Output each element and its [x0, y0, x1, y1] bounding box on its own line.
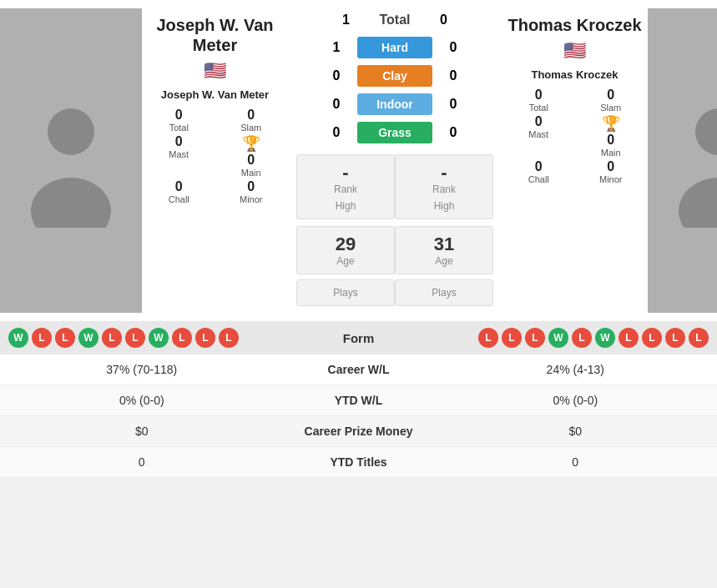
right-total-score: 0: [436, 13, 452, 28]
right-chall-value: 0: [535, 159, 543, 174]
right-career-wl: 24% (4-13): [442, 363, 709, 376]
right-player-name-below: Thomas Kroczek: [531, 68, 618, 81]
right-age-card: 31 Age: [395, 226, 493, 274]
left-form-ball-l: L: [195, 328, 215, 348]
left-trophy-icon: 🏆: [242, 134, 260, 153]
right-age-label: Age: [400, 255, 488, 267]
left-chall-label: Chall: [169, 194, 189, 204]
left-minor-value: 0: [247, 179, 255, 194]
right-form-ball-l: L: [525, 328, 545, 348]
left-total-label: Total: [169, 123, 189, 133]
hard-right-score: 0: [445, 40, 462, 55]
left-trophy-stat: 🏆 0 Main: [219, 134, 285, 178]
right-mast-stat: 0 Mast: [506, 114, 572, 158]
right-form-ball-l: L: [642, 328, 662, 348]
right-slam-value: 0: [607, 88, 614, 103]
left-age-card: 29 Age: [296, 226, 395, 274]
right-ytd-wl: 0% (0-0): [442, 394, 709, 407]
right-player-photo: [648, 8, 717, 313]
right-chall-stat: 0 Chall: [506, 159, 572, 184]
indoor-left-score: 0: [328, 97, 345, 112]
total-label: Total: [379, 13, 410, 28]
right-main-label: Main: [601, 148, 621, 158]
right-rank-card: - Rank High: [395, 154, 493, 219]
right-form-ball-l: L: [619, 328, 639, 348]
left-player-name-below: Joseph W. Van Meter: [161, 88, 269, 101]
left-rank-high-label: High: [301, 195, 390, 212]
right-rank-label: Rank: [400, 183, 488, 195]
left-age-value: 29: [301, 234, 390, 255]
right-trophy-stat: 🏆 0 Main: [578, 114, 644, 158]
left-main-value: 0: [247, 153, 255, 168]
rank-age-row: - Rank High - Rank High: [288, 150, 502, 224]
ytd-titles-label: YTD Titles: [275, 455, 442, 469]
hard-left-score: 1: [328, 40, 345, 55]
left-player-photo: [0, 8, 142, 313]
left-slam-stat: 0 Slam: [219, 108, 285, 133]
age-row: 29 Age 31 Age: [288, 224, 502, 277]
left-slam-value: 0: [247, 108, 255, 123]
ytd-titles-row: 0 YTD Titles 0: [0, 447, 717, 478]
left-total-value: 0: [175, 108, 183, 123]
left-form-ball-l: L: [172, 328, 192, 348]
ytd-wl-label: YTD W/L: [275, 394, 442, 407]
indoor-btn: Indoor: [357, 93, 432, 115]
left-form-ball-l: L: [102, 328, 122, 348]
left-age-label: Age: [301, 255, 390, 267]
right-form-ball-l: L: [502, 328, 522, 348]
clay-btn: Clay: [357, 65, 432, 87]
right-trophy-icon: 🏆: [602, 114, 620, 133]
right-minor-value: 0: [607, 159, 614, 174]
indoor-row: 0 Indoor 0: [296, 93, 493, 115]
left-total-stat: 0 Total: [146, 108, 212, 133]
left-mast-stat: 0 Mast: [146, 134, 212, 178]
right-total-value: 0: [535, 88, 543, 103]
clay-row: 0 Clay 0: [296, 65, 493, 87]
left-prize: $0: [8, 425, 275, 438]
indoor-right-score: 0: [445, 97, 462, 112]
left-form-ball-w: W: [78, 328, 98, 348]
grass-btn: Grass: [357, 122, 432, 143]
career-wl-row: 37% (70-118) Career W/L 24% (4-13): [0, 354, 717, 385]
center-column: 1 Total 0 1 Hard 0 0 Clay 0 0 Indoor: [288, 8, 502, 313]
left-ytd-titles: 0: [8, 455, 275, 469]
right-form-ball-w: W: [548, 328, 568, 348]
left-minor-stat: 0 Minor: [219, 179, 285, 204]
left-form-ball-l: L: [219, 328, 239, 348]
form-label: Form: [275, 331, 442, 345]
hard-btn: Hard: [357, 37, 432, 58]
left-chall-stat: 0 Chall: [146, 179, 212, 204]
right-minor-label: Minor: [599, 174, 623, 184]
left-rank-label: Rank: [301, 183, 390, 195]
svg-point-1: [48, 108, 94, 155]
left-form-ball-l: L: [32, 328, 52, 348]
right-player-flag: 🇺🇸: [563, 40, 586, 62]
left-mast-value: 0: [175, 134, 183, 149]
right-plays-card: Plays: [395, 279, 493, 306]
left-rank-card: - Rank High: [296, 154, 395, 219]
grass-right-score: 0: [445, 125, 462, 140]
grass-row: 0 Grass 0: [296, 122, 493, 143]
right-form-ball-l: L: [572, 328, 592, 348]
right-form-ball-l: L: [689, 328, 709, 348]
right-total-label: Total: [529, 103, 548, 113]
left-total-score: 1: [337, 13, 354, 28]
clay-left-score: 0: [328, 68, 345, 83]
left-stats-grid: 0 Total 0 Slam 0 Mast 🏆 0 Main 0: [146, 108, 284, 204]
grass-left-score: 0: [328, 125, 345, 140]
left-career-wl: 37% (70-118): [8, 363, 275, 376]
top-section: Joseph W. Van Meter 🇺🇸 Joseph W. Van Met…: [0, 0, 717, 321]
clay-right-score: 0: [445, 68, 462, 83]
left-ytd-wl: 0% (0-0): [8, 394, 275, 407]
prize-row: $0 Career Prize Money $0: [0, 416, 717, 447]
right-main-value: 0: [607, 133, 614, 148]
plays-row: Plays Plays: [288, 277, 502, 313]
right-rank-high-label: High: [400, 195, 488, 212]
left-form-ball-l: L: [55, 328, 75, 348]
right-stats-grid: 0 Total 0 Slam 0 Mast 🏆 0 Main 0: [506, 88, 644, 184]
prize-label: Career Prize Money: [275, 425, 442, 438]
form-section: WLLWLLWLLL Form LLLWLWLLLL: [0, 321, 717, 354]
left-player-name-large: Joseph W. Van Meter: [146, 15, 284, 55]
left-minor-label: Minor: [240, 194, 263, 204]
right-player-info: Thomas Kroczek 🇺🇸 Thomas Kroczek 0 Total…: [502, 8, 648, 313]
